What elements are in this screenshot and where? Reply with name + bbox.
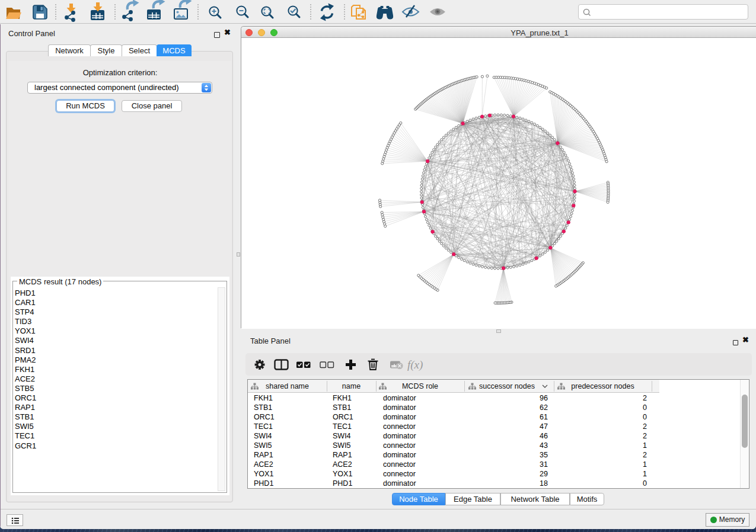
svg-text:f(x): f(x)	[407, 358, 423, 371]
